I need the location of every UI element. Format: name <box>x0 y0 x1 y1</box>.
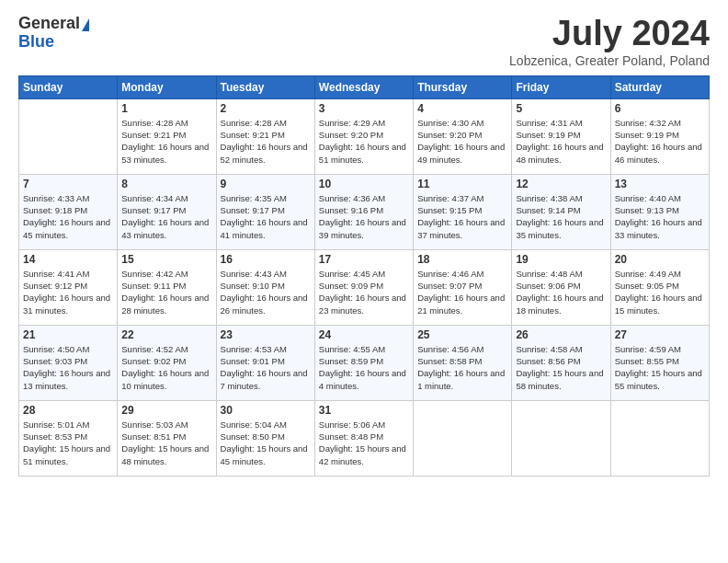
calendar-cell <box>19 98 118 174</box>
day-info: Sunrise: 5:06 AM Sunset: 8:48 PM Dayligh… <box>319 419 409 467</box>
day-number: 13 <box>615 178 705 190</box>
calendar-week-row: 21Sunrise: 4:50 AM Sunset: 9:03 PM Dayli… <box>19 325 710 400</box>
day-header: Friday <box>512 75 610 98</box>
day-info: Sunrise: 4:37 AM Sunset: 9:15 PM Dayligh… <box>417 192 507 241</box>
calendar-cell: 17Sunrise: 4:45 AM Sunset: 9:09 PM Dayli… <box>314 249 413 325</box>
day-info: Sunrise: 4:43 AM Sunset: 9:10 PM Dayligh… <box>221 268 311 316</box>
day-number: 19 <box>516 253 606 266</box>
calendar-cell: 15Sunrise: 4:42 AM Sunset: 9:11 PM Dayli… <box>118 249 216 325</box>
calendar-cell: 28Sunrise: 5:01 AM Sunset: 8:53 PM Dayli… <box>19 400 118 476</box>
day-info: Sunrise: 4:45 AM Sunset: 9:09 PM Dayligh… <box>319 268 409 316</box>
day-info: Sunrise: 4:28 AM Sunset: 9:21 PM Dayligh… <box>121 117 211 166</box>
day-info: Sunrise: 4:58 AM Sunset: 8:56 PM Dayligh… <box>516 343 606 392</box>
day-info: Sunrise: 4:53 AM Sunset: 9:01 PM Dayligh… <box>221 343 311 392</box>
calendar-week-row: 14Sunrise: 4:41 AM Sunset: 9:12 PM Dayli… <box>19 249 710 325</box>
day-number: 27 <box>615 328 705 341</box>
day-number: 5 <box>516 102 606 115</box>
calendar-cell: 4Sunrise: 4:30 AM Sunset: 9:20 PM Daylig… <box>414 98 512 174</box>
day-info: Sunrise: 4:36 AM Sunset: 9:16 PM Dayligh… <box>319 192 409 241</box>
day-info: Sunrise: 4:52 AM Sunset: 9:02 PM Dayligh… <box>121 343 211 392</box>
day-info: Sunrise: 5:01 AM Sunset: 8:53 PM Dayligh… <box>23 419 113 467</box>
day-number: 4 <box>417 102 507 115</box>
calendar-cell: 9Sunrise: 4:35 AM Sunset: 9:17 PM Daylig… <box>216 174 314 249</box>
day-number: 25 <box>417 328 507 341</box>
location: Lobzenica, Greater Poland, Poland <box>509 53 710 68</box>
day-info: Sunrise: 4:30 AM Sunset: 9:20 PM Dayligh… <box>417 117 507 166</box>
month-title: July 2024 <box>509 15 710 53</box>
day-info: Sunrise: 4:32 AM Sunset: 9:19 PM Dayligh… <box>615 117 705 166</box>
day-number: 11 <box>417 178 507 190</box>
day-number: 31 <box>319 404 409 417</box>
day-info: Sunrise: 4:56 AM Sunset: 8:58 PM Dayligh… <box>417 343 507 392</box>
calendar-cell: 12Sunrise: 4:38 AM Sunset: 9:14 PM Dayli… <box>512 174 610 249</box>
day-number: 15 <box>121 253 211 266</box>
calendar-cell: 30Sunrise: 5:04 AM Sunset: 8:50 PM Dayli… <box>216 400 314 476</box>
logo: General Blue <box>18 15 89 52</box>
day-number: 8 <box>121 178 211 190</box>
calendar-cell: 10Sunrise: 4:36 AM Sunset: 9:16 PM Dayli… <box>314 174 413 249</box>
day-number: 1 <box>121 102 211 115</box>
day-number: 29 <box>121 404 211 417</box>
calendar-cell: 3Sunrise: 4:29 AM Sunset: 9:20 PM Daylig… <box>314 98 413 174</box>
day-header: Tuesday <box>216 75 314 98</box>
calendar-cell: 1Sunrise: 4:28 AM Sunset: 9:21 PM Daylig… <box>118 98 216 174</box>
logo-triangle <box>82 18 89 31</box>
calendar-cell: 16Sunrise: 4:43 AM Sunset: 9:10 PM Dayli… <box>216 249 314 325</box>
calendar-cell: 31Sunrise: 5:06 AM Sunset: 8:48 PM Dayli… <box>314 400 413 476</box>
day-info: Sunrise: 4:38 AM Sunset: 9:14 PM Dayligh… <box>516 192 606 241</box>
day-number: 9 <box>221 178 311 190</box>
day-info: Sunrise: 4:50 AM Sunset: 9:03 PM Dayligh… <box>23 343 113 392</box>
day-info: Sunrise: 4:34 AM Sunset: 9:17 PM Dayligh… <box>121 192 211 241</box>
calendar-cell: 26Sunrise: 4:58 AM Sunset: 8:56 PM Dayli… <box>512 325 610 400</box>
day-header: Saturday <box>610 75 709 98</box>
calendar-cell: 22Sunrise: 4:52 AM Sunset: 9:02 PM Dayli… <box>118 325 216 400</box>
page: General Blue July 2024 Lobzenica, Greate… <box>0 0 728 486</box>
day-info: Sunrise: 4:42 AM Sunset: 9:11 PM Dayligh… <box>121 268 211 316</box>
day-header: Thursday <box>414 75 512 98</box>
calendar-cell: 2Sunrise: 4:28 AM Sunset: 9:21 PM Daylig… <box>216 98 314 174</box>
calendar-cell: 11Sunrise: 4:37 AM Sunset: 9:15 PM Dayli… <box>414 174 512 249</box>
calendar-cell: 6Sunrise: 4:32 AM Sunset: 9:19 PM Daylig… <box>610 98 709 174</box>
calendar-week-row: 28Sunrise: 5:01 AM Sunset: 8:53 PM Dayli… <box>19 400 710 476</box>
day-info: Sunrise: 4:31 AM Sunset: 9:19 PM Dayligh… <box>516 117 606 166</box>
day-number: 22 <box>121 328 211 341</box>
calendar-cell: 8Sunrise: 4:34 AM Sunset: 9:17 PM Daylig… <box>118 174 216 249</box>
calendar-cell: 20Sunrise: 4:49 AM Sunset: 9:05 PM Dayli… <box>610 249 709 325</box>
day-number: 14 <box>23 253 113 266</box>
day-number: 17 <box>319 253 409 266</box>
day-number: 20 <box>615 253 705 266</box>
day-number: 21 <box>23 328 113 341</box>
header: General Blue July 2024 Lobzenica, Greate… <box>18 15 710 68</box>
calendar-cell: 14Sunrise: 4:41 AM Sunset: 9:12 PM Dayli… <box>19 249 118 325</box>
day-number: 28 <box>23 404 113 417</box>
header-row: SundayMondayTuesdayWednesdayThursdayFrid… <box>19 75 710 98</box>
day-number: 18 <box>417 253 507 266</box>
calendar-cell: 5Sunrise: 4:31 AM Sunset: 9:19 PM Daylig… <box>512 98 610 174</box>
title-block: July 2024 Lobzenica, Greater Poland, Pol… <box>509 15 710 68</box>
day-info: Sunrise: 4:59 AM Sunset: 8:55 PM Dayligh… <box>615 343 705 392</box>
day-info: Sunrise: 4:49 AM Sunset: 9:05 PM Dayligh… <box>615 268 705 316</box>
day-info: Sunrise: 4:40 AM Sunset: 9:13 PM Dayligh… <box>615 192 705 241</box>
logo-general: General <box>18 14 80 32</box>
day-info: Sunrise: 4:35 AM Sunset: 9:17 PM Dayligh… <box>221 192 311 241</box>
day-header: Wednesday <box>314 75 413 98</box>
calendar-cell: 27Sunrise: 4:59 AM Sunset: 8:55 PM Dayli… <box>610 325 709 400</box>
day-header: Sunday <box>19 75 118 98</box>
day-number: 6 <box>615 102 705 115</box>
day-number: 12 <box>516 178 606 190</box>
calendar-cell: 29Sunrise: 5:03 AM Sunset: 8:51 PM Dayli… <box>118 400 216 476</box>
calendar-week-row: 1Sunrise: 4:28 AM Sunset: 9:21 PM Daylig… <box>19 98 710 174</box>
calendar-cell <box>610 400 709 476</box>
day-info: Sunrise: 4:48 AM Sunset: 9:06 PM Dayligh… <box>516 268 606 316</box>
day-info: Sunrise: 4:46 AM Sunset: 9:07 PM Dayligh… <box>417 268 507 316</box>
logo-blue: Blue <box>18 33 89 52</box>
calendar-cell <box>512 400 610 476</box>
calendar-cell: 23Sunrise: 4:53 AM Sunset: 9:01 PM Dayli… <box>216 325 314 400</box>
calendar-table: SundayMondayTuesdayWednesdayThursdayFrid… <box>18 75 710 477</box>
day-number: 7 <box>23 178 113 190</box>
day-number: 2 <box>221 102 311 115</box>
calendar-cell: 13Sunrise: 4:40 AM Sunset: 9:13 PM Dayli… <box>610 174 709 249</box>
calendar-cell: 18Sunrise: 4:46 AM Sunset: 9:07 PM Dayli… <box>414 249 512 325</box>
calendar-cell: 7Sunrise: 4:33 AM Sunset: 9:18 PM Daylig… <box>19 174 118 249</box>
day-number: 23 <box>221 328 311 341</box>
